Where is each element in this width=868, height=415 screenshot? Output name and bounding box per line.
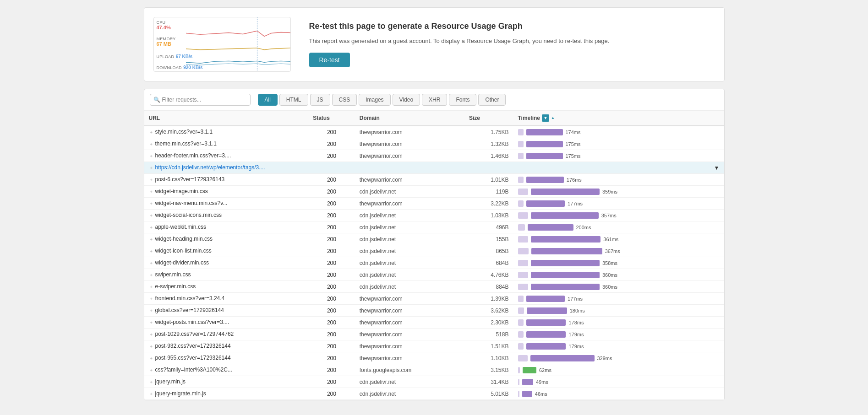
filter-btn-css[interactable]: CSS <box>332 94 357 106</box>
table-row: ＋e-swiper.min.css200cdn.jsdelivr.net884B… <box>144 281 724 293</box>
row-expand-icon[interactable]: ＋ <box>149 296 153 301</box>
url-text: frontend.min.css?ver=3.24.4 <box>155 295 225 302</box>
status-cell: 200 <box>308 186 355 198</box>
filter-btn-xhr[interactable]: XHR <box>422 94 447 106</box>
timeline-cell: 62ms <box>513 364 724 376</box>
timeline-bar <box>531 284 600 290</box>
row-expand-icon[interactable]: ＋ <box>149 237 153 242</box>
timeline-cell: 175ms <box>513 138 724 150</box>
timeline-ms: 177ms <box>568 201 583 206</box>
domain-cell: cdn.jsdelivr.net <box>355 233 464 245</box>
row-expand-icon[interactable]: ＋ <box>149 367 153 372</box>
row-expand-icon[interactable]: ＋ <box>149 332 153 337</box>
size-cell: 3.62KB <box>464 305 513 317</box>
timeline-bar <box>526 296 565 302</box>
timeline-ms: 175ms <box>566 153 581 159</box>
row-expand-icon[interactable]: ＋ <box>149 272 153 277</box>
timeline-bar <box>526 319 566 326</box>
size-cell: 155B <box>464 233 513 245</box>
timeline-bar <box>526 343 566 350</box>
timeline-bar <box>530 355 595 361</box>
size-cell: 884B <box>464 281 513 293</box>
row-expand-icon[interactable]: ＋ <box>149 308 153 313</box>
retest-button[interactable]: Re-test <box>309 53 350 67</box>
timeline-cell: 176ms <box>513 174 724 186</box>
row-expand-icon[interactable]: ＋ <box>149 129 153 135</box>
row-expand-icon[interactable]: ＋ <box>149 344 153 349</box>
row-expand-icon[interactable]: ＋ <box>149 320 153 325</box>
filter-btn-other[interactable]: Other <box>478 94 506 106</box>
link-expand-icon[interactable]: ▼ <box>714 165 720 171</box>
url-text: post-955.css?ver=1729326144 <box>155 355 231 361</box>
status-cell: 200 <box>308 364 355 376</box>
timeline-ms: 179ms <box>568 332 584 337</box>
row-expand-icon[interactable]: ＋ <box>149 153 153 158</box>
domain-cell: thewpwarrior.com <box>355 174 464 186</box>
url-cell: ＋widget-heading.min.css <box>144 233 309 245</box>
table-row: ＋swiper.min.css200cdn.jsdelivr.net4.76KB… <box>144 269 724 281</box>
row-expand-icon[interactable]: ＋ <box>149 201 153 206</box>
row-expand-icon[interactable]: ＋ <box>149 177 153 182</box>
url-cell: ＋jquery-migrate.min.js <box>144 388 309 400</box>
filter-btn-video[interactable]: Video <box>393 94 420 106</box>
status-cell: 200 <box>308 340 355 352</box>
url-cell: ＋post-955.css?ver=1729326144 <box>144 352 309 364</box>
size-cell: 31.4KB <box>464 376 513 388</box>
timeline-ms: 49ms <box>536 379 548 385</box>
row-expand-icon[interactable]: ＋ <box>149 391 153 396</box>
status-cell: 200 <box>308 293 355 305</box>
table-row: ＋global.css?ver=1729326144200thewpwarrio… <box>144 305 724 317</box>
row-expand-icon[interactable]: ＋ <box>149 284 153 289</box>
url-text: apple-webkit.min.css <box>155 224 206 230</box>
filter-buttons: All HTML JS CSS Images Video XHR Fonts O… <box>258 94 506 106</box>
timeline-cell: 180ms <box>513 305 724 317</box>
url-cell: ＋widget-icon-list.min.css <box>144 245 309 257</box>
timeline-cell: 178ms <box>513 317 724 329</box>
row-expand-icon[interactable]: ＋ <box>149 225 153 230</box>
timeline-ms: 358ms <box>602 260 617 266</box>
timeline-sort-button[interactable]: ▼ <box>542 114 549 122</box>
status-cell: 200 <box>308 210 355 221</box>
timeline-ms: 46ms <box>535 391 547 397</box>
table-row: ＋widget-icon-list.min.css200cdn.jsdelivr… <box>144 245 724 257</box>
size-cell: 1.75KB <box>464 126 513 138</box>
row-expand-icon[interactable]: ＋ <box>149 141 153 146</box>
search-input[interactable] <box>150 94 251 106</box>
filter-btn-fonts[interactable]: Fonts <box>449 94 476 106</box>
download-label: DOWNLOAD <box>157 65 182 70</box>
sort-up-icon: ▲ <box>551 116 555 120</box>
timeline-ms: 360ms <box>602 272 617 278</box>
timeline-bar <box>526 331 566 338</box>
url-text: widget-icon-list.min.css <box>155 248 212 254</box>
url-cell: ＋global.css?ver=1729326144 <box>144 305 309 317</box>
url-cell: ＋header-footer.min.css?ver=3.... <box>144 150 309 162</box>
url-text: e-swiper.min.css <box>155 283 196 290</box>
row-expand-icon[interactable]: ＋ <box>149 379 153 384</box>
domain-cell: thewpwarrior.com <box>355 150 464 162</box>
filter-btn-html[interactable]: HTML <box>279 94 308 106</box>
row-expand-icon[interactable]: ＋ <box>149 213 153 218</box>
row-expand-icon[interactable]: ＋ <box>149 248 153 253</box>
timeline-bar <box>531 212 599 219</box>
timeline-ms: 62ms <box>539 367 551 373</box>
url-text: widget-image.min.css <box>155 188 208 194</box>
filter-btn-js[interactable]: JS <box>310 94 330 106</box>
timeline-ms: 357ms <box>601 213 617 218</box>
size-cell: 119B <box>464 186 513 198</box>
filter-btn-all[interactable]: All <box>258 94 278 106</box>
url-cell[interactable]: ＋https://cdn.jsdelivr.net/wp/elementor/t… <box>144 162 309 174</box>
col-domain: Domain <box>355 111 464 126</box>
filter-bar: 🔍 All HTML JS CSS Images Video XHR Fonts… <box>144 89 725 400</box>
row-expand-icon[interactable]: ＋ <box>149 260 153 265</box>
row-expand-icon[interactable]: ＋ <box>149 165 153 170</box>
table-row: ＋theme.min.css?ver=3.1.1200thewpwarrior.… <box>144 138 724 150</box>
row-expand-icon[interactable]: ＋ <box>149 356 153 361</box>
table-row: ＋widget-image.min.css200cdn.jsdelivr.net… <box>144 186 724 198</box>
size-cell: 1.03KB <box>464 210 513 221</box>
filter-btn-images[interactable]: Images <box>359 94 390 106</box>
table-row: ＋https://cdn.jsdelivr.net/wp/elementor/t… <box>144 162 724 174</box>
row-expand-icon[interactable]: ＋ <box>149 189 153 194</box>
status-cell: 200 <box>308 317 355 329</box>
status-cell: 200 <box>308 233 355 245</box>
resource-description: This report was generated on a guest acc… <box>309 37 715 46</box>
